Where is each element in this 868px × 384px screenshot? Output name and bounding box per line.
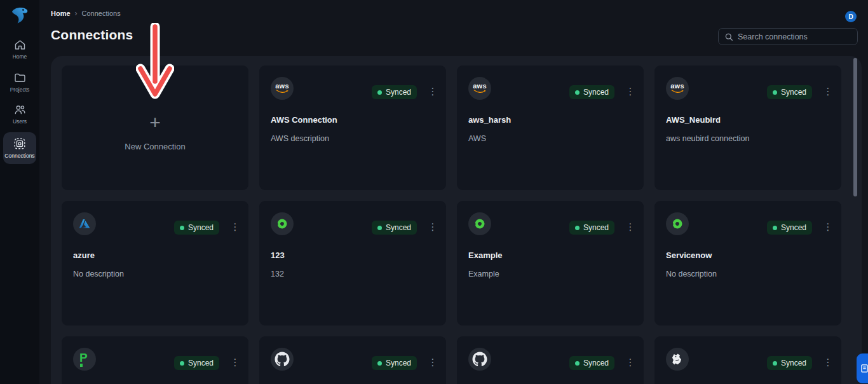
- connection-description: No description: [666, 270, 717, 278]
- connection-title: aws_harsh: [468, 115, 511, 125]
- search-input[interactable]: [738, 32, 851, 41]
- status-dot-icon: [773, 90, 777, 95]
- status-badge: Synced: [767, 356, 812, 370]
- kebab-menu-button[interactable]: ⋮: [426, 354, 440, 371]
- connection-card[interactable]: aws Synced ⋮ AWS_Neubird aws neubird con…: [654, 65, 841, 190]
- status-badge: Synced: [372, 221, 417, 235]
- status-dot-icon: [377, 226, 382, 230]
- status-label: Synced: [781, 223, 806, 232]
- status-badge: Synced: [372, 356, 417, 370]
- kebab-menu-button[interactable]: ⋮: [623, 83, 637, 100]
- connection-card[interactable]: Synced ⋮ 123 132: [259, 201, 446, 326]
- status-dot-icon: [575, 361, 580, 366]
- status-dot-icon: [575, 226, 580, 230]
- sidebar-item-label: Projects: [0, 86, 39, 93]
- status-badge: Synced: [767, 221, 812, 235]
- kebab-menu-button[interactable]: ⋮: [426, 219, 440, 235]
- status-dot-icon: [377, 361, 382, 366]
- sidebar-item-label: Users: [0, 118, 39, 125]
- status-badge: Synced: [767, 85, 812, 99]
- aws-icon: aws: [666, 77, 689, 100]
- status-dot-icon: [180, 226, 184, 230]
- connection-card[interactable]: aws Synced ⋮ aws_harsh AWS: [457, 65, 644, 190]
- status-dot-icon: [377, 90, 382, 95]
- status-dot-icon: [773, 226, 777, 230]
- chevron-right-icon: ›: [75, 9, 78, 18]
- connection-card[interactable]: Synced ⋮ Servicenow No description: [654, 201, 841, 326]
- status-label: Synced: [781, 359, 806, 367]
- chip-icon: [15, 139, 25, 149]
- status-label: Synced: [386, 223, 411, 232]
- pagerduty-icon: P: [73, 348, 96, 371]
- status-dot-icon: [575, 90, 580, 95]
- connection-description: Example: [468, 270, 499, 278]
- kebab-menu-button[interactable]: ⋮: [228, 354, 242, 371]
- connection-description: 132: [271, 270, 284, 278]
- connection-card[interactable]: Synced ⋮: [654, 336, 841, 384]
- connection-card[interactable]: Synced ⋮: [457, 336, 644, 384]
- sidebar-item-label: Connections: [3, 153, 36, 159]
- connection-title: Servicenow: [666, 250, 712, 260]
- book-icon: [862, 365, 867, 372]
- kebab-menu-button[interactable]: ⋮: [821, 354, 835, 371]
- kebab-menu-button[interactable]: ⋮: [821, 83, 835, 100]
- status-label: Synced: [583, 88, 609, 97]
- kebab-menu-button[interactable]: ⋮: [623, 219, 637, 235]
- status-label: Synced: [583, 223, 609, 232]
- aws-icon: aws: [468, 77, 491, 100]
- connection-description: AWS description: [271, 134, 329, 143]
- new-connection-card[interactable]: + New Connection: [62, 65, 248, 190]
- status-label: Synced: [781, 88, 806, 97]
- sidebar-item-users[interactable]: Users: [0, 103, 39, 125]
- falcon-logo[interactable]: [10, 5, 30, 25]
- sidebar-item-connections[interactable]: Connections: [3, 132, 36, 164]
- connection-card[interactable]: P Synced ⋮: [62, 336, 248, 384]
- connections-grid: + New Connection aws Synced ⋮ AWS Connec…: [62, 65, 841, 384]
- connection-description: AWS: [468, 134, 486, 143]
- connection-card[interactable]: Synced ⋮ azure No description: [62, 201, 248, 326]
- aws-icon: aws: [271, 77, 294, 100]
- status-dot-icon: [773, 361, 777, 366]
- sidebar-item-projects[interactable]: Projects: [0, 71, 39, 93]
- status-label: Synced: [386, 88, 411, 97]
- connection-description: No description: [73, 270, 124, 278]
- breadcrumb-current: Connections: [82, 10, 121, 17]
- connections-panel: + New Connection aws Synced ⋮ AWS Connec…: [51, 56, 862, 384]
- docs-widget-button[interactable]: [857, 353, 868, 383]
- sidebar-item-label: Home: [0, 53, 39, 60]
- status-badge: Synced: [174, 221, 219, 235]
- kebab-menu-button[interactable]: ⋮: [228, 219, 242, 235]
- datadog-icon: [666, 348, 689, 371]
- user-avatar[interactable]: D: [845, 11, 857, 22]
- sidebar: Home Projects Users Connections: [0, 0, 39, 384]
- kebab-menu-button[interactable]: ⋮: [821, 219, 835, 235]
- status-badge: Synced: [174, 356, 219, 370]
- connection-title: AWS_Neubird: [666, 115, 721, 125]
- users-icon: [15, 106, 25, 114]
- connection-title: AWS Connection: [271, 115, 337, 125]
- scrollbar-thumb[interactable]: [853, 58, 857, 196]
- servicenow-icon: [666, 212, 689, 235]
- search-box[interactable]: [718, 28, 858, 45]
- new-connection-label: New Connection: [125, 142, 185, 151]
- kebab-menu-button[interactable]: ⋮: [623, 354, 637, 371]
- status-dot-icon: [180, 361, 184, 366]
- status-label: Synced: [188, 223, 214, 232]
- status-badge: Synced: [569, 356, 614, 370]
- sidebar-item-home[interactable]: Home: [0, 38, 39, 60]
- servicenow-icon: [271, 212, 294, 235]
- connection-title: azure: [73, 250, 95, 260]
- status-label: Synced: [386, 359, 411, 367]
- status-badge: Synced: [372, 85, 417, 99]
- kebab-menu-button[interactable]: ⋮: [426, 83, 440, 100]
- status-label: Synced: [583, 359, 609, 367]
- github-icon: [468, 348, 491, 371]
- breadcrumb-home-link[interactable]: Home: [51, 10, 71, 17]
- connection-card[interactable]: aws Synced ⋮ AWS Connection AWS descript…: [259, 65, 446, 190]
- plus-icon: +: [149, 114, 161, 132]
- breadcrumb: Home › Connections: [51, 9, 121, 18]
- status-badge: Synced: [569, 85, 614, 99]
- connection-card[interactable]: Synced ⋮ Example Example: [457, 201, 644, 326]
- connection-card[interactable]: Synced ⋮: [259, 336, 446, 384]
- status-badge: Synced: [569, 221, 614, 235]
